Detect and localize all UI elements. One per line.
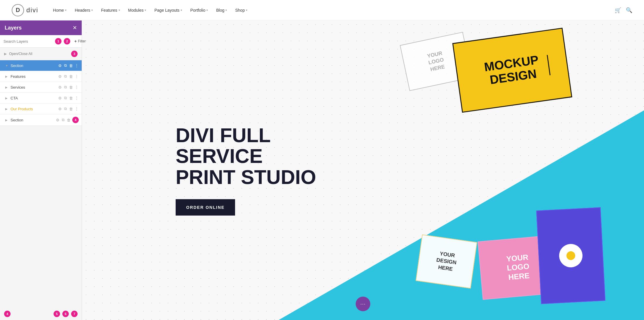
nav-link-headers[interactable]: Headers ▾ xyxy=(75,8,93,13)
settings-icon[interactable]: ⚙ xyxy=(58,95,62,101)
nav-link-blog-label: Blog xyxy=(216,8,224,13)
badge-7: 7 xyxy=(71,311,78,317)
layer-item-section-2[interactable]: ▶ Section ⚙ ⧉ 🗑 4 xyxy=(0,114,82,126)
layer-item-our-products[interactable]: ▶ Our Products ⚙ ⧉ 🗑 ⋮ xyxy=(0,104,82,114)
filter-button[interactable]: + Filter xyxy=(73,38,88,44)
site-logo[interactable]: D divi xyxy=(12,4,38,16)
layer-collapse-arrow: ▶ xyxy=(5,118,9,122)
search-input[interactable] xyxy=(4,39,53,44)
chevron-down-icon: ▾ xyxy=(65,8,66,12)
settings-icon[interactable]: ⚙ xyxy=(58,74,62,79)
badge-1: 1 xyxy=(55,38,61,44)
close-icon[interactable]: ✕ xyxy=(73,25,77,31)
delete-icon[interactable]: 🗑 xyxy=(68,63,73,68)
nav-links: Home ▾ Headers ▾ Features ▾ Modules ▾ Pa… xyxy=(53,8,606,13)
layer-actions: ⚙ ⧉ 🗑 4 xyxy=(55,117,79,123)
layers-bottom-badges: 4 5 6 7 xyxy=(0,308,82,320)
badge-6: 6 xyxy=(62,311,69,317)
layer-actions: ⚙ ⧉ 🗑 ⋮ xyxy=(58,73,79,79)
headline-line2: PRINT STUDIO xyxy=(176,166,316,188)
more-options-icon[interactable]: ⋮ xyxy=(75,96,79,100)
nav-link-headers-label: Headers xyxy=(75,8,90,13)
nav-link-shop-label: Shop xyxy=(235,8,245,13)
settings-icon[interactable]: ⚙ xyxy=(58,63,62,68)
nav-link-page-layouts[interactable]: Page Layouts ▾ xyxy=(154,8,182,13)
card-design-white: YOURDESIGNHERE xyxy=(416,235,477,289)
chevron-down-icon: ▾ xyxy=(225,8,227,12)
plus-icon: + xyxy=(74,39,77,44)
more-options-icon[interactable]: ⋮ xyxy=(75,106,79,111)
layer-item-features[interactable]: ▶ Features ⚙ ⧉ 🗑 ⋮ xyxy=(0,71,82,82)
layer-collapse-arrow: ▼ xyxy=(5,64,9,67)
page-canvas: DIVI FULL SERVICE PRINT STUDIO ORDER ONL… xyxy=(82,20,644,320)
layer-collapse-arrow: ▶ xyxy=(5,75,9,78)
nav-link-shop[interactable]: Shop ▾ xyxy=(235,8,247,13)
chevron-down-icon: ▾ xyxy=(181,8,182,12)
layers-panel: Layers ✕ 1 2 + Filter ▶ Open/Close All 3… xyxy=(0,20,82,320)
search-icon[interactable]: 🔍 xyxy=(626,7,632,13)
nav-link-features[interactable]: Features ▾ xyxy=(101,8,120,13)
bottom-dots-button[interactable]: ··· xyxy=(356,297,370,311)
duplicate-icon[interactable]: ⧉ xyxy=(61,117,65,123)
top-navigation: D divi Home ▾ Headers ▾ Features ▾ Modul… xyxy=(0,0,644,20)
chevron-down-icon: ▾ xyxy=(206,8,208,12)
order-online-button[interactable]: ORDER ONLINE xyxy=(176,199,235,216)
logo-circle: D xyxy=(12,4,24,16)
nav-link-blog[interactable]: Blog ▾ xyxy=(216,8,227,13)
delete-icon[interactable]: 🗑 xyxy=(68,95,73,101)
hero-headline: DIVI FULL SERVICE PRINT STUDIO xyxy=(176,125,340,187)
badge-5: 5 xyxy=(54,311,60,317)
hero-text-area: DIVI FULL SERVICE PRINT STUDIO ORDER ONL… xyxy=(164,125,340,216)
delete-icon[interactable]: 🗑 xyxy=(68,106,73,112)
badge-3: 3 xyxy=(71,51,78,57)
duplicate-icon[interactable]: ⧉ xyxy=(64,95,67,101)
card-purple-dot xyxy=(566,251,576,260)
cart-icon[interactable]: 🛒 xyxy=(615,7,621,13)
nav-link-features-label: Features xyxy=(101,8,117,13)
chevron-down-icon: ▾ xyxy=(145,8,146,12)
duplicate-icon[interactable]: ⧉ xyxy=(64,106,67,112)
nav-link-portfolio[interactable]: Portfolio ▾ xyxy=(190,8,208,13)
open-close-row: ▶ Open/Close All 3 xyxy=(0,48,82,60)
layer-collapse-arrow: ▶ xyxy=(5,107,9,111)
mockup-design-text: MOCKUPDESIGN xyxy=(483,53,541,87)
badge-2: 2 xyxy=(64,38,70,44)
layer-item-services[interactable]: ▶ Services ⚙ ⧉ 🗑 ⋮ xyxy=(0,82,82,93)
layer-name: Our Products xyxy=(11,107,56,111)
layer-actions: ⚙ ⧉ 🗑 ⋮ xyxy=(58,106,79,112)
more-options-icon[interactable]: ⋮ xyxy=(75,85,79,90)
more-options-icon[interactable]: ⋮ xyxy=(75,63,79,68)
nav-link-modules[interactable]: Modules ▾ xyxy=(128,8,146,13)
expand-arrow-icon[interactable]: ▶ xyxy=(4,52,7,56)
layer-name: Services xyxy=(11,85,56,90)
delete-icon[interactable]: 🗑 xyxy=(68,74,73,79)
chevron-down-icon: ▾ xyxy=(119,8,120,12)
duplicate-icon[interactable]: ⧉ xyxy=(64,84,67,90)
delete-icon[interactable]: 🗑 xyxy=(66,117,71,123)
settings-icon[interactable]: ⚙ xyxy=(58,106,62,112)
card-purple-circle xyxy=(559,243,583,268)
duplicate-icon[interactable]: ⧉ xyxy=(64,73,67,79)
duplicate-icon[interactable]: ⧉ xyxy=(64,63,67,68)
layer-collapse-arrow: ▶ xyxy=(5,97,9,100)
settings-icon[interactable]: ⚙ xyxy=(58,85,62,90)
settings-icon[interactable]: ⚙ xyxy=(55,117,60,123)
layers-title: Layers xyxy=(5,25,22,31)
open-close-label: Open/Close All xyxy=(9,52,69,56)
layers-header: Layers ✕ xyxy=(0,20,82,35)
layer-item-section-active[interactable]: ▼ Section ⚙ ⧉ 🗑 ⋮ xyxy=(0,60,82,71)
delete-icon[interactable]: 🗑 xyxy=(68,85,73,90)
nav-link-home[interactable]: Home ▾ xyxy=(53,8,66,13)
filter-label: Filter xyxy=(78,39,86,43)
layer-name: CTA xyxy=(11,96,56,100)
layer-name: Section xyxy=(11,118,54,122)
layer-item-cta[interactable]: ▶ CTA ⚙ ⧉ 🗑 ⋮ xyxy=(0,93,82,104)
headline-line1: DIVI FULL SERVICE xyxy=(176,124,270,167)
layers-search-bar: 1 2 + Filter xyxy=(0,35,82,48)
nav-link-home-label: Home xyxy=(53,8,64,13)
nav-link-modules-label: Modules xyxy=(128,8,144,13)
card-divider xyxy=(547,55,551,75)
card-mockup-yellow: MOCKUPDESIGN xyxy=(452,28,572,113)
more-options-icon[interactable]: ⋮ xyxy=(75,74,79,79)
main-area: Layers ✕ 1 2 + Filter ▶ Open/Close All 3… xyxy=(0,20,644,320)
